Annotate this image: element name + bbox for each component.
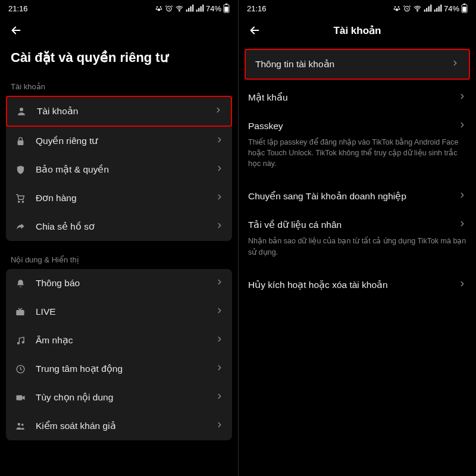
shield-icon <box>14 164 26 176</box>
signal-icon-1 <box>186 4 194 12</box>
row-label: Chia sẻ hồ sơ <box>36 221 206 232</box>
chevron-right-icon <box>215 392 224 403</box>
svg-point-32 <box>399 8 400 10</box>
row-download[interactable]: Tải về dữ liệu cá nhân <box>239 211 476 239</box>
status-bar: 21:16 74% <box>239 0 476 17</box>
status-bar: 21:16 74% <box>0 0 238 17</box>
page-title: Cài đặt và quyền riêng tư <box>0 42 238 76</box>
chevron-right-icon <box>215 306 224 317</box>
row-privacy[interactable]: Quyền riêng tư <box>6 127 232 155</box>
header <box>0 17 238 42</box>
phone-left-settings: 21:16 74% Cài đặt và quyền riêng tư Tài … <box>0 0 238 476</box>
row-label: Chuyển sang Tài khoản doanh nghiệp <box>248 191 449 202</box>
chevron-right-icon <box>451 59 459 70</box>
svg-rect-42 <box>439 7 440 12</box>
live-icon <box>14 306 26 318</box>
svg-rect-8 <box>188 8 189 11</box>
chevron-right-icon <box>458 121 466 131</box>
row-password[interactable]: Mật khẩu <box>239 83 476 112</box>
svg-rect-38 <box>428 7 430 12</box>
chevron-right-icon <box>214 106 223 117</box>
row-label: Mật khẩu <box>248 92 449 103</box>
row-label: Âm nhạc <box>36 335 206 346</box>
svg-rect-37 <box>426 8 427 11</box>
svg-rect-14 <box>202 5 203 12</box>
card-account-group: Tài khoản Quyền riêng tư Bảo mật & quyền <box>6 96 232 241</box>
account-list: Thông tin tài khoản Mật khẩu Passkey Thi… <box>239 42 476 299</box>
chevron-right-icon <box>215 364 224 374</box>
row-label: Hủy kích hoạt hoặc xóa tài khoản <box>248 280 449 290</box>
svg-rect-22 <box>16 310 24 315</box>
chevron-right-icon <box>458 280 466 290</box>
back-button[interactable] <box>247 23 262 38</box>
svg-rect-7 <box>186 10 187 12</box>
paw-icon <box>393 4 401 12</box>
svg-rect-46 <box>462 7 466 11</box>
svg-point-31 <box>394 8 395 10</box>
row-activity[interactable]: Trung tâm hoạt động <box>6 355 232 383</box>
wifi-icon <box>413 4 422 13</box>
svg-point-6 <box>179 10 180 11</box>
svg-point-33 <box>396 8 399 11</box>
svg-point-20 <box>18 201 20 202</box>
alarm-icon <box>165 4 173 12</box>
status-indicators: 74% <box>393 4 468 13</box>
alarm-icon <box>403 4 411 12</box>
row-audience[interactable]: Kiểm soát khán giả <box>6 412 232 440</box>
row-label: Tài khoản <box>37 106 205 117</box>
battery-icon <box>223 4 230 13</box>
svg-rect-39 <box>430 5 431 12</box>
chevron-right-icon <box>215 221 224 232</box>
svg-rect-19 <box>17 140 23 145</box>
chevron-right-icon <box>215 421 224 431</box>
people-icon <box>14 420 26 432</box>
svg-rect-17 <box>224 7 228 11</box>
row-label: Tùy chọn nội dung <box>36 392 206 403</box>
row-security[interactable]: Bảo mật & quyền <box>6 155 232 184</box>
cart-icon <box>14 192 26 204</box>
row-passkey[interactable]: Passkey <box>239 112 476 140</box>
svg-rect-13 <box>201 7 202 12</box>
signal-icon-2 <box>434 4 442 12</box>
row-deactivate[interactable]: Hủy kích hoạt hoặc xóa tài khoản <box>239 271 476 299</box>
battery-text: 74% <box>206 4 221 13</box>
svg-point-23 <box>17 342 19 344</box>
section-header-account: Tài khoản <box>0 76 238 96</box>
svg-rect-12 <box>198 8 199 11</box>
svg-rect-26 <box>16 395 22 400</box>
chevron-right-icon <box>215 278 224 289</box>
svg-point-4 <box>158 8 161 11</box>
svg-point-3 <box>161 8 162 10</box>
row-label: LIVE <box>36 306 206 317</box>
arrow-left-icon <box>10 24 23 37</box>
svg-point-24 <box>22 341 24 343</box>
row-business[interactable]: Chuyển sang Tài khoản doanh nghiệp <box>239 182 476 211</box>
svg-point-0 <box>156 7 158 8</box>
chevron-right-icon <box>215 335 224 346</box>
svg-rect-9 <box>190 7 192 12</box>
svg-point-1 <box>160 7 161 8</box>
back-button[interactable] <box>8 23 24 38</box>
arrow-left-icon <box>248 24 261 37</box>
person-icon <box>15 105 27 117</box>
svg-rect-45 <box>464 4 466 5</box>
phone-right-account: 21:16 74% Tài khoản Thông tin tài khoản <box>238 0 476 476</box>
signal-icon-1 <box>424 4 432 12</box>
svg-point-30 <box>398 7 399 8</box>
header-title: Tài khoản <box>334 24 381 37</box>
download-desc: Nhận bản sao dữ liệu của bạn từ tất cả ứ… <box>239 236 476 267</box>
row-live[interactable]: LIVE <box>6 298 232 326</box>
row-content-prefs[interactable]: Tùy chọn nội dung <box>6 383 232 412</box>
paw-icon <box>155 4 163 12</box>
row-share[interactable]: Chia sẻ hồ sơ <box>6 212 232 241</box>
row-music[interactable]: Âm nhạc <box>6 326 232 355</box>
row-account[interactable]: Tài khoản <box>6 96 232 127</box>
row-notifications[interactable]: Thông báo <box>6 269 232 298</box>
share-icon <box>14 221 26 233</box>
svg-point-28 <box>21 424 24 426</box>
video-icon <box>14 392 26 403</box>
row-orders[interactable]: Đơn hàng <box>6 184 232 212</box>
row-account-info[interactable]: Thông tin tài khoản <box>245 49 470 80</box>
row-label: Passkey <box>248 121 449 131</box>
svg-rect-16 <box>226 4 228 5</box>
